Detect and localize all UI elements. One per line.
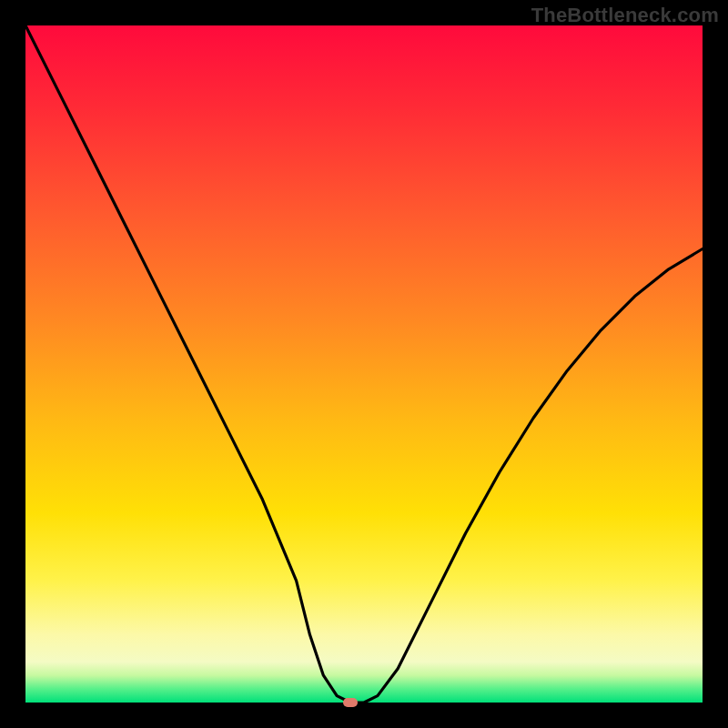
chart-frame: TheBottleneck.com bbox=[0, 0, 728, 728]
plot-area bbox=[25, 25, 703, 703]
bottleneck-curve bbox=[25, 25, 703, 703]
minimum-marker bbox=[343, 698, 358, 707]
watermark-text: TheBottleneck.com bbox=[531, 4, 719, 27]
